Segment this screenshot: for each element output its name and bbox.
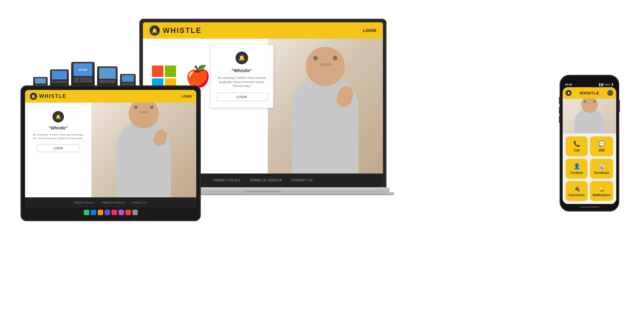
smartphone: 22:28 ▌▌▌ WiFi 🔋 🔔 WHISTLE — [560, 75, 619, 212]
tablet-main: 🔔 "Whistle" By continuing, I confirm I h… — [25, 103, 196, 197]
tablet-person-section — [91, 103, 196, 197]
phone-extensions-button[interactable]: 🔌 Extensions — [566, 181, 588, 201]
phone-extensions-label: Extensions — [569, 193, 585, 197]
tablet-login-description: By continuing, I confirm I have read and… — [32, 133, 85, 140]
tablet-app-header: 🔔 WHISTLE LOGIN — [25, 90, 196, 103]
phone-sms-label: SMS — [598, 149, 605, 152]
phone-contacts-label: Contacts — [570, 171, 583, 174]
laptop-overlay-title: "Whistle" — [216, 68, 268, 73]
phone-grid: 📞 Call 💬 SMS 👤 Contacts 📡 Broadcast 🔌 — [563, 133, 616, 204]
laptop-overlay-description: By continuing, I confirm I have read and… — [216, 76, 268, 88]
phone-broadcast-label: Broadcast — [594, 171, 609, 174]
tablet-frame: 🔔 WHISTLE LOGIN 🔔 "Whistle" By continuin… — [21, 85, 201, 221]
laptop-logo: 🔔 WHISTLE — [150, 25, 202, 36]
tablet: 🔔 WHISTLE LOGIN 🔔 "Whistle" By continuin… — [21, 85, 201, 221]
phone-notch — [576, 76, 603, 83]
laptop-login-overlay: 🔔 "Whistle" By continuing, I confirm I h… — [210, 45, 273, 108]
phone-screen: 🔔 WHISTLE 📞 Call — [563, 87, 616, 204]
tablet-dock — [25, 208, 196, 217]
laptop-overlay-login-button[interactable]: LOGIN — [216, 93, 268, 101]
tablet-login-title: "Whistle" — [32, 126, 85, 130]
tablet-logo-icon: 🔔 — [30, 93, 37, 100]
phone-avatar[interactable] — [607, 90, 613, 96]
phone-broadcast-button[interactable]: 📡 Broadcast — [590, 159, 613, 179]
tablet-footer-contact[interactable]: CONTACT US — [131, 201, 147, 204]
phone-contacts-button[interactable]: 👤 Contacts — [566, 159, 588, 179]
laptop-person-section — [268, 39, 383, 174]
phone-home-indicator — [580, 206, 599, 208]
phone-time: 22:28 — [565, 83, 572, 86]
apple-icon: 🍎 — [185, 66, 211, 86]
tablet-login-form: 🔔 "Whistle" By continuing, I confirm I h… — [25, 103, 91, 197]
tablet-footer: PRIVACY POLICY TERMS OF SERVICE CONTACT … — [25, 197, 196, 208]
laptop-brand-name: WHISTLE — [163, 26, 202, 35]
tablet-login-button[interactable]: LOGIN — [37, 145, 80, 152]
laptop-footer-contact[interactable]: CONTACT US — [291, 178, 313, 182]
phone-notifications-button[interactable]: 🔔 Notifications — [590, 181, 613, 201]
phone-frame: 22:28 ▌▌▌ WiFi 🔋 🔔 WHISTLE — [560, 75, 619, 212]
phone-brand-name: WHISTLE — [579, 91, 599, 95]
phone-app-header: 🔔 WHISTLE — [563, 87, 616, 99]
laptop-logo-icon: 🔔 — [150, 25, 160, 36]
phone-logo-icon: 🔔 — [566, 90, 572, 96]
phone-call-label: Call — [574, 149, 579, 152]
phone-profile-section — [563, 99, 616, 133]
phone-notifications-label: Notifications — [592, 193, 611, 197]
tablet-login-link[interactable]: LOGIN — [182, 95, 191, 98]
laptop-app-header: 🔔 WHISTLE LOGIN — [143, 22, 383, 39]
laptop-login-link[interactable]: LOGIN — [363, 28, 376, 33]
phone-sms-button[interactable]: 💬 SMS — [590, 136, 613, 156]
laptop-footer-terms[interactable]: TERMS OF SERVICE — [250, 178, 282, 182]
phone-call-button[interactable]: 📞 Call — [566, 136, 588, 156]
tablet-footer-privacy[interactable]: PRIVACY POLICY — [74, 201, 94, 204]
tablet-whistle-icon: 🔔 — [52, 111, 64, 123]
laptop-footer-privacy[interactable]: PRIVACY POLICY — [213, 178, 241, 182]
tablet-brand-name: WHISTLE — [39, 93, 67, 99]
laptop-overlay-icon: 🔔 — [235, 52, 248, 64]
tablet-screen: 🔔 WHISTLE LOGIN 🔔 "Whistle" By continuin… — [25, 90, 196, 208]
tablet-footer-terms[interactable]: TERMS OF SERVICE — [101, 201, 125, 204]
